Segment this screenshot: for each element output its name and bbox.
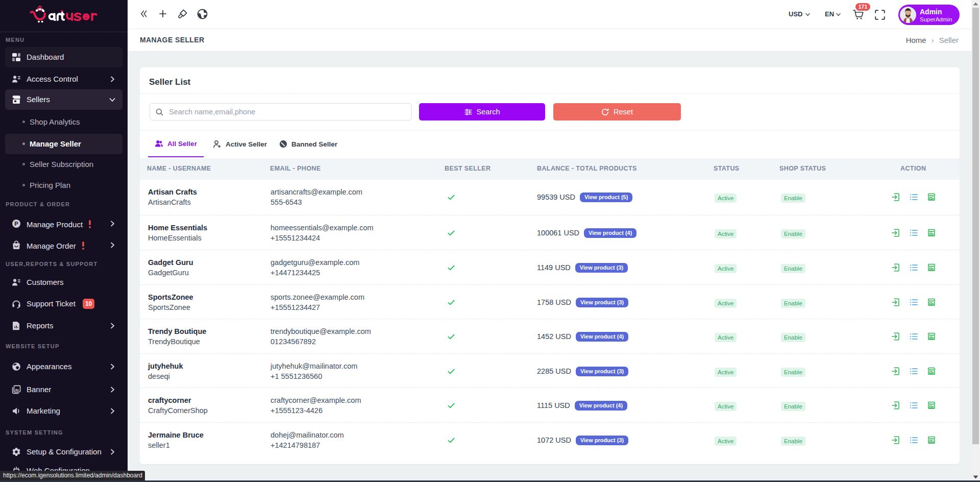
svg-text:P: P [14,221,18,227]
